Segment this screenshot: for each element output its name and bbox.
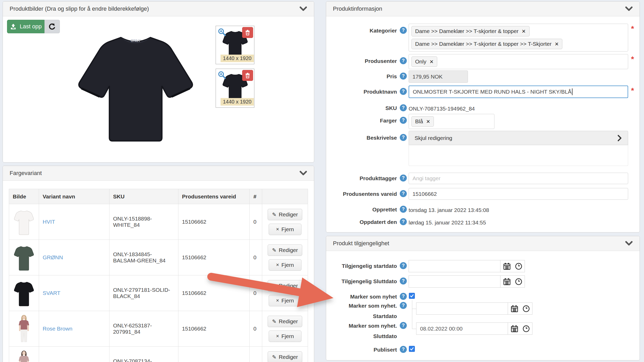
variant-thumbnail (13, 278, 35, 308)
product-tags-label: Produkttagger (326, 175, 397, 182)
help-icon[interactable]: ? (400, 190, 407, 197)
clock-icon[interactable] (515, 263, 522, 270)
help-icon[interactable]: ? (400, 302, 407, 309)
required-asterisk: * (631, 24, 634, 33)
x-icon: × (276, 298, 279, 303)
color-variants-panel-title: Fargevariant (10, 170, 42, 177)
image-thumbnail[interactable]: 1440 x 1920 (216, 26, 254, 64)
collapse-chevron-icon[interactable] (299, 171, 307, 176)
categories-input[interactable]: Dame >> Dameklær >> T-skjorter & topper✕… (409, 24, 628, 51)
available-start-input[interactable] (409, 260, 500, 272)
product-tags-input[interactable] (409, 173, 628, 184)
remove-variant-button[interactable]: ×Fjern (269, 259, 301, 271)
calendar-icon[interactable] (503, 262, 511, 270)
edit-variant-button[interactable]: ✎Rediger (268, 244, 302, 256)
calendar-icon[interactable] (511, 325, 518, 333)
image-thumbnail[interactable]: 1440 x 1920 (216, 69, 254, 108)
vendor-id-input[interactable] (409, 188, 628, 200)
available-end-input[interactable] (409, 276, 500, 287)
delete-image-button[interactable] (242, 27, 253, 38)
delete-image-button[interactable] (242, 70, 253, 81)
help-icon[interactable]: ? (400, 206, 407, 213)
published-checkbox[interactable] (409, 346, 415, 352)
new-end-input[interactable]: 08.02.2022 00:00 (416, 323, 508, 334)
variant-sku: ONLY-1518898-WHITE_84 (113, 216, 152, 228)
variant-vendor-id: 15106662 (182, 254, 206, 260)
edit-variant-button[interactable]: ✎Rediger (268, 209, 302, 220)
help-icon[interactable]: ? (400, 346, 407, 353)
variant-table-row: HVIT ONLY-1518898-WHITE_84 15106662 0 ✎R… (9, 204, 308, 240)
collapse-chevron-icon[interactable] (625, 6, 633, 11)
tag-remove-icon[interactable]: ✕ (555, 41, 559, 47)
updated-label: Oppdatert den (326, 219, 397, 225)
price-input: 179,95 NOK (409, 70, 468, 83)
new-start-input[interactable] (416, 303, 508, 314)
help-icon[interactable]: ? (400, 57, 407, 64)
column-header: Variant navn (39, 189, 110, 204)
edit-variant-button[interactable]: ✎Rediger (268, 351, 302, 362)
help-icon[interactable]: ? (400, 134, 407, 141)
clock-icon[interactable] (523, 325, 530, 332)
collapse-chevron-icon[interactable] (299, 6, 307, 11)
variants-table: BildeVariant navnSKUProdusentens vareid#… (9, 189, 308, 362)
variant-name-link[interactable]: SVART (43, 290, 60, 296)
zoom-in-icon[interactable] (218, 28, 227, 37)
text-caret (572, 88, 572, 95)
help-icon[interactable]: ? (400, 277, 407, 285)
available-end-label: Tilgjengelig Sluttdato (326, 278, 397, 285)
clock-icon[interactable] (515, 278, 522, 285)
variant-name-link[interactable]: GRØNN (43, 254, 63, 260)
zoom-in-icon[interactable] (218, 71, 227, 80)
edit-variant-button[interactable]: ✎Rediger (268, 316, 302, 327)
calendar-icon[interactable] (511, 305, 518, 313)
product-name-input[interactable]: ONLMOSTER T-SKJORTE MED RUND HALS - NIGH… (409, 86, 628, 98)
tree-connector-stub (412, 309, 416, 309)
help-icon[interactable]: ? (400, 88, 407, 95)
tag-label: Dame >> Dameklær >> T-skjorter & topper … (415, 41, 551, 47)
tag-remove-icon[interactable]: ✕ (426, 119, 430, 125)
upload-button[interactable]: Last opp (7, 20, 44, 33)
remove-variant-button[interactable]: ×Fjern (269, 224, 301, 235)
pencil-icon: ✎ (272, 354, 276, 360)
main-product-image[interactable]: ONLY (70, 28, 201, 149)
mark-as-new-checkbox[interactable] (409, 293, 415, 299)
edit-variant-button[interactable]: ✎Rediger (268, 280, 302, 292)
price-value: 179,95 NOK (413, 74, 443, 80)
sku-value: ONLY-7087135-194962_84 (409, 105, 475, 113)
clock-icon[interactable] (523, 305, 530, 312)
tag-pill: Dame >> Dameklær >> T-skjorter & topper✕ (411, 26, 530, 36)
refresh-button[interactable] (44, 20, 60, 33)
variant-name-link[interactable]: Rose Brown (43, 326, 72, 332)
variant-count: 0 (253, 326, 256, 332)
colors-input[interactable]: Blå✕ (409, 114, 494, 129)
help-icon[interactable]: ? (400, 27, 407, 34)
help-icon[interactable]: ? (400, 262, 407, 269)
variant-name-link[interactable]: HVIT (43, 219, 55, 225)
product-availability-panel-title: Produkt tilgjengelighet (333, 240, 389, 247)
calendar-icon[interactable] (503, 278, 511, 286)
help-icon[interactable]: ? (400, 73, 407, 80)
help-icon[interactable]: ? (400, 117, 407, 124)
collapse-chevron-icon[interactable] (625, 241, 633, 246)
help-icon[interactable]: ? (400, 322, 407, 329)
remove-variant-button[interactable]: ×Fjern (269, 331, 301, 342)
description-toggle[interactable]: Skjul redigering (409, 131, 628, 145)
tag-remove-icon[interactable]: ✕ (429, 59, 434, 65)
upload-icon (10, 23, 17, 30)
mark-as-new-label: Marker som nyhet (326, 293, 397, 300)
description-editor-area[interactable] (409, 145, 628, 166)
variants-table-header-row: BildeVariant navnSKUProdusentens vareid# (9, 189, 308, 204)
tag-label: Dame >> Dameklær >> T-skjorter & topper (415, 28, 519, 34)
producers-input[interactable]: Only✕ (409, 54, 628, 69)
help-icon[interactable]: ? (400, 104, 407, 111)
remove-variant-button[interactable]: ×Fjern (269, 295, 301, 306)
required-asterisk: * (631, 86, 634, 95)
variant-table-row: SVART ONLY-2797181-SOLID-BLACK_84 151066… (9, 275, 308, 311)
help-icon[interactable]: ? (400, 293, 407, 300)
tag-remove-icon[interactable]: ✕ (522, 28, 526, 34)
product-availability-panel-header: Produkt tilgjengelighet (326, 236, 640, 251)
help-icon[interactable]: ? (400, 174, 407, 182)
product-info-panel-title: Produktinformasjon (333, 5, 382, 12)
variant-count: 0 (253, 219, 256, 225)
help-icon[interactable]: ? (400, 218, 407, 225)
